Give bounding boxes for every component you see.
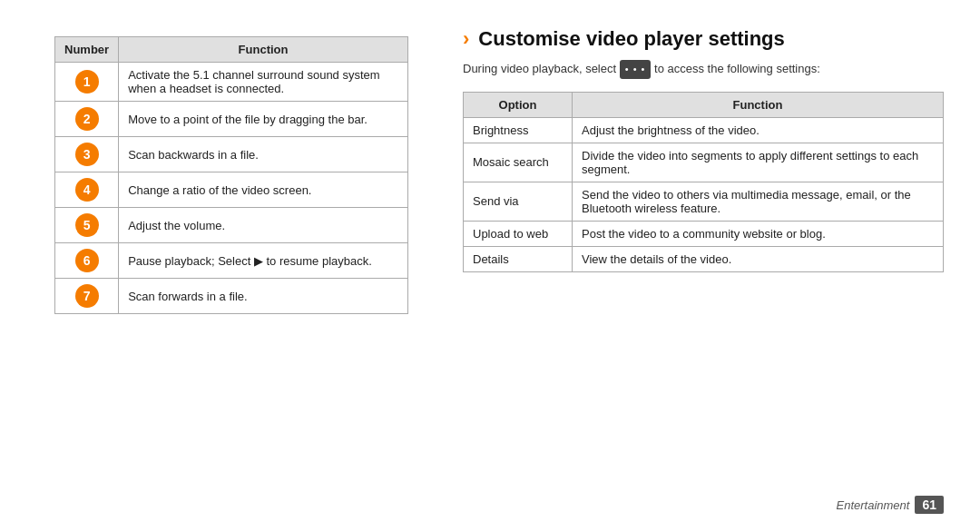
right-row-option: Details xyxy=(464,246,573,271)
circle-number: 6 xyxy=(75,249,99,272)
intro-after: to access the following settings: xyxy=(654,62,820,75)
circle-number: 5 xyxy=(75,213,99,237)
left-table-row: 2Move to a point of the file by dragging… xyxy=(55,102,408,137)
left-row-number: 1 xyxy=(55,63,119,102)
left-row-function: Scan backwards in a file. xyxy=(119,137,408,172)
right-row-function: Send the video to others via multimedia … xyxy=(573,182,944,221)
right-table-row: DetailsView the details of the video. xyxy=(464,246,944,271)
page-number: 61 xyxy=(915,496,944,514)
left-row-function: Adjust the volume. xyxy=(119,208,408,243)
left-table-row: 6Pause playback; Select ▶ to resume play… xyxy=(55,243,408,279)
right-table-row: BrightnessAdjust the brightness of the v… xyxy=(464,117,944,143)
right-table-row: Mosaic searchDivide the video into segme… xyxy=(464,143,944,182)
left-row-function: Change a ratio of the video screen. xyxy=(119,172,408,208)
right-row-function: View the details of the video. xyxy=(573,246,944,271)
left-row-function: Pause playback; Select ▶ to resume playb… xyxy=(119,243,408,279)
left-row-function: Scan forwards in a file. xyxy=(119,279,408,314)
circle-number: 7 xyxy=(75,284,99,308)
left-row-number: 3 xyxy=(55,137,119,172)
right-row-function: Divide the video into segments to apply … xyxy=(573,143,944,182)
left-table-row: 5Adjust the volume. xyxy=(55,208,408,243)
section-title: › Customise video player settings xyxy=(463,27,944,51)
left-header-function: Function xyxy=(119,37,408,63)
left-header-number: Number xyxy=(55,37,119,63)
intro-before: During video playback, select xyxy=(463,62,616,75)
left-table-row: 1Activate the 5.1 channel surround sound… xyxy=(55,63,408,102)
right-table-row: Send viaSend the video to others via mul… xyxy=(464,182,944,221)
right-row-option: Mosaic search xyxy=(464,143,573,182)
intro-paragraph: During video playback, select • • • to a… xyxy=(463,60,944,79)
title-text: Customise video player settings xyxy=(478,27,784,51)
left-row-number: 4 xyxy=(55,172,119,208)
left-table-row: 7Scan forwards in a file. xyxy=(55,279,408,314)
left-table: Number Function 1Activate the 5.1 channe… xyxy=(54,36,408,314)
footer-label: Entertainment xyxy=(836,498,909,512)
right-row-option: Brightness xyxy=(464,117,573,143)
right-table: Option Function BrightnessAdjust the bri… xyxy=(463,92,944,272)
circle-number: 1 xyxy=(75,70,99,94)
circle-number: 3 xyxy=(75,143,99,166)
left-table-row: 3Scan backwards in a file. xyxy=(55,137,408,172)
right-row-function: Post the video to a community website or… xyxy=(573,221,944,246)
left-panel: Number Function 1Activate the 5.1 channe… xyxy=(0,0,436,532)
right-row-option: Send via xyxy=(464,182,573,221)
circle-number: 4 xyxy=(75,178,99,202)
chevron-icon: › xyxy=(463,27,469,51)
footer: Entertainment 61 xyxy=(836,496,944,514)
left-row-number: 2 xyxy=(55,102,119,137)
right-header-option: Option xyxy=(464,92,573,117)
left-row-number: 7 xyxy=(55,279,119,314)
options-badge: • • • xyxy=(620,60,652,79)
left-table-row: 4Change a ratio of the video screen. xyxy=(55,172,408,208)
right-header-function: Function xyxy=(573,92,944,117)
right-row-function: Adjust the brightness of the video. xyxy=(573,117,944,143)
right-table-row: Upload to webPost the video to a communi… xyxy=(464,221,944,246)
left-row-function: Activate the 5.1 channel surround sound … xyxy=(119,63,408,102)
right-row-option: Upload to web xyxy=(464,221,573,246)
left-row-number: 6 xyxy=(55,243,119,279)
right-panel: › Customise video player settings During… xyxy=(436,0,980,532)
circle-number: 2 xyxy=(75,107,99,131)
left-row-number: 5 xyxy=(55,208,119,243)
left-row-function: Move to a point of the file by dragging … xyxy=(119,102,408,137)
